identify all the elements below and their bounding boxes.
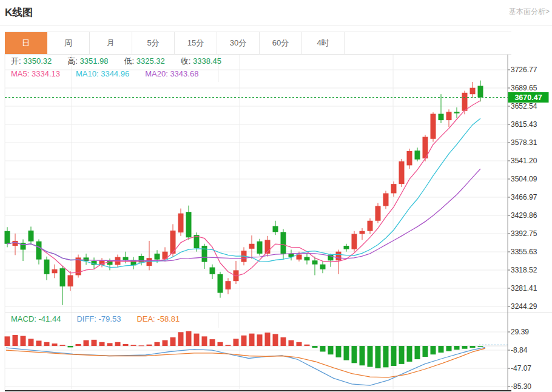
svg-text:3466.97: 3466.97 [511,193,537,201]
svg-text:3615.43: 3615.43 [511,120,537,129]
candles [5,81,483,305]
ma20-line [7,169,480,261]
tab-min15[interactable]: 15分 [175,32,217,54]
close-readout: 收: 3338.45 [181,56,221,66]
open-readout: 开: 3350.32 [11,56,52,66]
grid [5,53,552,390]
tab-min30[interactable]: 30分 [217,32,260,54]
svg-text:3652.54: 3652.54 [511,102,537,110]
ohlc-readout-row: 开: 3350.32高: 3351.98低: 3325.32收: 3338.45 [11,56,237,67]
macd-readout: MACD: -41.44 [11,314,61,323]
svg-text:-8.84: -8.84 [511,346,528,354]
svg-text:-85.30: -85.30 [511,382,531,391]
svg-text:3281.41: 3281.41 [511,284,537,292]
svg-text:3355.63: 3355.63 [511,248,537,256]
svg-text:3504.09: 3504.09 [511,175,537,183]
low-readout: 低: 3325.32 [124,56,165,66]
ma10-readout: MA10: 3344.96 [76,69,129,78]
svg-text:3392.75: 3392.75 [511,229,537,238]
ma20-readout: MA20: 3343.68 [145,69,198,78]
svg-text:3318.52: 3318.52 [511,266,537,274]
ma10-line [7,118,480,267]
svg-text:29.39: 29.39 [511,328,529,336]
tab-min60[interactable]: 60分 [260,32,302,54]
dea-readout: DEA: -58.81 [136,314,180,323]
tab-hour4[interactable]: 4时 [302,32,345,54]
current-price-label: 3670.47 [508,92,549,103]
svg-text:3541.20: 3541.20 [511,157,537,165]
svg-text:-47.07: -47.07 [511,364,531,373]
diff-readout: DIFF: -79.53 [76,314,121,323]
svg-text:3578.31: 3578.31 [511,138,537,147]
tab-month[interactable]: 月 [90,32,132,54]
tab-day[interactable]: 日 [5,32,47,54]
ma-readout-row: MA5: 3334.13MA10: 3344.96MA20: 3343.68 [11,69,214,78]
dea-line [6,348,485,377]
tab-min5[interactable]: 5分 [132,32,175,54]
macd-readout-row: MACD: -41.44DIFF: -79.53DEA: -58.81 [11,314,195,323]
svg-text:3726.77: 3726.77 [511,66,537,74]
interval-tabbar: 日周月5分15分30分60分4时 [5,32,511,55]
svg-text:3429.86: 3429.86 [511,211,537,220]
svg-text:3244.29: 3244.29 [511,302,537,311]
macd-histogram [5,331,483,368]
svg-text:3689.65: 3689.65 [511,84,537,92]
diff-line [6,347,485,385]
ma5-readout: MA5: 3334.13 [11,69,60,78]
tab-week[interactable]: 周 [47,32,90,54]
price-axis: 3726.773689.653652.543615.433578.313541.… [508,53,537,391]
svg-text:3670.47: 3670.47 [514,93,542,102]
high-readout: 高: 3351.98 [67,56,108,66]
